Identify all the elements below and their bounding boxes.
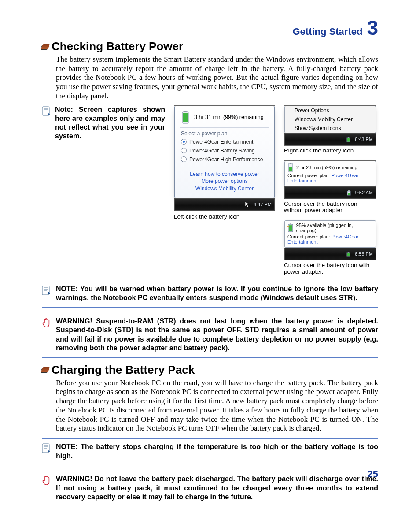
note-text: NOTE: You will be warned when battery po…	[56, 285, 378, 303]
context-menu-item[interactable]: Show System Icons	[285, 124, 376, 133]
battery-tooltip-charging: 95% available (plugged in, charging) Cur…	[284, 220, 376, 248]
battery-section-icon	[41, 44, 50, 49]
power-flyout-panel: 3 hr 31 min (99%) remaining Select a pow…	[174, 106, 275, 198]
battery-tray-icon	[346, 189, 353, 196]
cursor-icon	[245, 201, 251, 208]
taskbar: 6:47 PM	[174, 198, 275, 211]
power-plan-option[interactable]: Power4Gear High Performance	[175, 155, 274, 164]
taskbar: 6:55 PM	[284, 248, 376, 260]
warning-text: WARNING! Suspend-to-RAM (STR) does not l…	[56, 317, 378, 353]
figure-caption: Cursor over the battery icon without pow…	[284, 201, 376, 214]
svg-rect-14	[289, 225, 292, 231]
svg-rect-16	[347, 253, 350, 256]
power-plan-label: Select a power plan:	[175, 129, 274, 137]
svg-rect-5	[347, 138, 350, 142]
taskbar-clock: 6:47 PM	[254, 202, 272, 207]
taskbar-clock: 6:43 PM	[355, 137, 373, 142]
battery-icon	[287, 163, 294, 172]
power-plan-text: Power4Gear Battery Saving	[189, 148, 255, 154]
figure-caption: Left-click the battery icon	[174, 214, 275, 220]
flyout-link[interactable]: Learn how to conserve power	[178, 171, 271, 178]
svg-rect-3	[183, 113, 188, 122]
taskbar-clock: 6:55 PM	[355, 251, 373, 256]
chapter-title: Getting Started	[293, 26, 363, 37]
note-callout: NOTE: The battery stops charging if the …	[42, 438, 378, 465]
battery-charging-icon	[287, 223, 294, 232]
section-heading-text: Checking Battery Power	[52, 40, 183, 53]
battery-icon	[181, 111, 190, 124]
section-heading-checking-battery: Checking Battery Power	[42, 40, 378, 53]
battery-tray-icon	[346, 136, 352, 142]
flyout-link[interactable]: More power options	[178, 178, 271, 185]
tooltip-status-text: 95% available (plugged in, charging)	[296, 223, 373, 233]
note-icon	[42, 443, 52, 453]
section-heading-text: Charging the Battery Pack	[52, 363, 195, 377]
section1-body: The battery system implements the Smart …	[56, 55, 378, 101]
battery-tooltip-discharging: 2 hr 23 min (59%) remaining Current powe…	[284, 161, 376, 186]
power-plan-text: Power4Gear Entertainment	[189, 139, 253, 145]
taskbar: 9:52 AM	[284, 186, 376, 199]
svg-rect-8	[289, 167, 292, 171]
section-heading-charging-battery: Charging the Battery Pack	[42, 363, 378, 377]
warning-text: WARNING! Do not leave the battery pack d…	[56, 475, 378, 502]
figure-caption: Right-click the battery icon	[284, 148, 376, 154]
section2-body: Before you use your Notebook PC on the r…	[56, 379, 378, 433]
radio-selected-icon	[181, 139, 187, 145]
note-icon	[42, 106, 52, 141]
warning-callout: WARNING! Do not leave the battery pack d…	[42, 471, 378, 506]
context-menu-item[interactable]: Windows Mobility Center	[285, 115, 376, 124]
battery-context-menu: Power Options Windows Mobility Center Sh…	[284, 106, 376, 133]
chapter-number: 3	[367, 18, 378, 38]
battery-tray-icon	[346, 251, 352, 257]
svg-rect-11	[348, 193, 350, 195]
note-icon	[42, 286, 52, 295]
battery-section-icon	[41, 367, 50, 372]
power-plan-option[interactable]: Power4Gear Battery Saving	[175, 146, 274, 155]
tooltip-plan-label: Current power plan:	[287, 173, 330, 178]
screenshot-disclaimer-note: Note: Screen captures shown here are exa…	[55, 105, 165, 141]
taskbar-clock: 9:52 AM	[355, 190, 373, 195]
note-callout: NOTE: You will be warned when battery po…	[42, 281, 378, 308]
power-plan-text: Power4Gear High Performance	[189, 156, 263, 163]
context-menu-item[interactable]: Power Options	[285, 106, 376, 115]
taskbar: 6:43 PM	[284, 133, 376, 145]
chapter-header: Getting Started 3	[42, 18, 378, 38]
radio-icon	[181, 148, 187, 153]
power-plan-option[interactable]: Power4Gear Entertainment	[175, 137, 274, 146]
warning-callout: WARNING! Suspend-to-RAM (STR) does not l…	[42, 313, 378, 358]
battery-status-text: 3 hr 31 min (99%) remaining	[194, 114, 264, 120]
tooltip-plan-label: Current power plan:	[287, 234, 330, 239]
warning-hand-icon	[42, 476, 52, 486]
radio-icon	[181, 156, 187, 162]
page-number: 25	[368, 468, 378, 480]
flyout-link[interactable]: Windows Mobility Center	[178, 185, 271, 193]
note-text: NOTE: The battery stops charging if the …	[56, 442, 378, 461]
warning-hand-icon	[42, 318, 52, 328]
tooltip-status-text: 2 hr 23 min (59%) remaining	[296, 165, 357, 170]
figure-caption: Cursor over the battery icon with power …	[284, 262, 376, 275]
